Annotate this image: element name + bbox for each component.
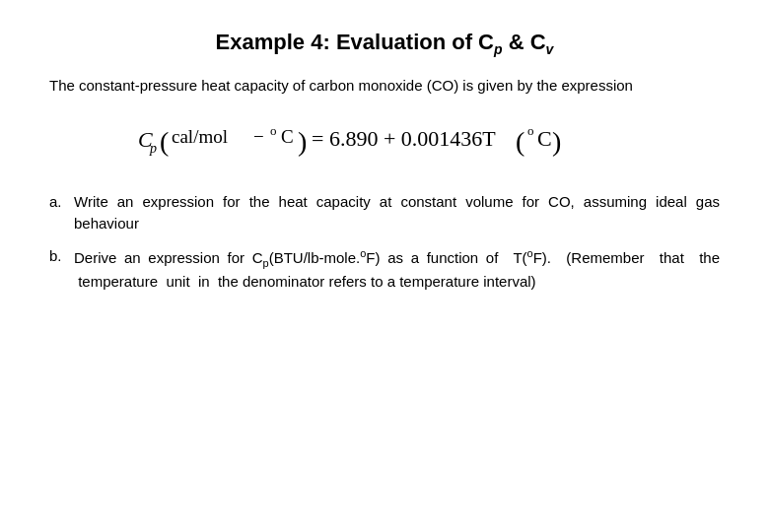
intro-paragraph: The constant-pressure heat capacity of c… [49,75,720,98]
formula-svg: C p ( cal/mol − o C ) = 6.890 + 0.001436… [128,115,641,169]
svg-text:(: ( [516,126,524,157]
list-item-a: a. Write an expression for the heat capa… [49,191,720,235]
title-mid: & C [503,30,546,54]
item-a-label: a. [49,191,74,214]
svg-text:−: − [253,126,264,147]
svg-text:o: o [270,123,277,138]
svg-text:= 6.890 + 0.001436T: = 6.890 + 0.001436T [312,126,496,151]
svg-text:o: o [527,123,534,138]
svg-text:): ) [552,126,561,157]
item-b-content: Derive an expression for Cp(BTU/lb-mole.… [74,245,720,294]
item-a-content: Write an expression for the heat capacit… [74,191,720,235]
list-item-b: b. Derive an expression for Cp(BTU/lb-mo… [49,245,720,294]
items-section: a. Write an expression for the heat capa… [49,191,720,294]
svg-text:(: ( [160,126,169,157]
item-b-label: b. [49,245,74,268]
page-title: Example 4: Evaluation of Cp & Cv [49,30,720,57]
svg-text:C: C [537,126,552,151]
title-sub-p: p [494,41,503,57]
formula-container: C p ( cal/mol − o C ) = 6.890 + 0.001436… [49,115,720,169]
deg-sup2: o [527,247,533,259]
svg-text:): ) [298,126,307,157]
svg-text:cal/mol: cal/mol [172,126,228,147]
page: Example 4: Evaluation of Cp & Cv The con… [0,0,769,532]
title-sub-v: v [546,41,554,57]
svg-text:p: p [149,141,157,156]
cp-subscript: p [263,257,269,269]
deg-sup1: o [360,247,366,259]
title-text: Example 4: Evaluation of C [216,30,494,54]
svg-text:C: C [281,126,294,147]
